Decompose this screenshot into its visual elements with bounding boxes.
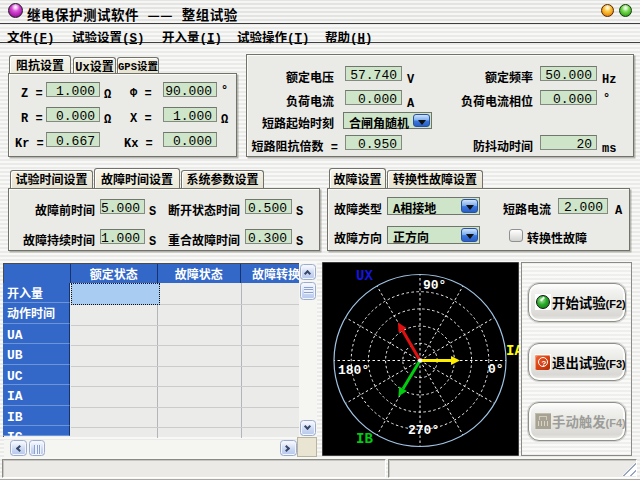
svg-text:90°: 90° (423, 274, 446, 293)
svg-text:0°: 0° (488, 358, 504, 377)
svg-text:270°: 270° (408, 419, 439, 438)
svg-text:IB: IB (356, 427, 373, 447)
svg-text:UX: UX (356, 264, 373, 284)
svg-text:IA: IA (506, 339, 519, 359)
svg-text:180°: 180° (338, 359, 369, 378)
